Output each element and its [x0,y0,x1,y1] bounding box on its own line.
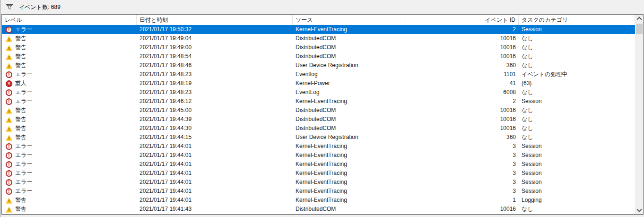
event-id-cell: 10016 [406,124,519,133]
event-id-cell: 3 [406,187,519,196]
datetime-cell: 2021/01/17 19:48:23 [137,88,293,97]
task-category-cell: Session [519,97,635,106]
event-row[interactable]: 警告 2021/01/17 19:48:54 DistributedCOM 10… [2,52,635,61]
event-id-cell: 3 [406,169,519,178]
column-header-category[interactable]: タスクのカテゴリ [519,15,635,25]
event-row[interactable]: 警告 2021/01/17 19:49:00 DistributedCOM 10… [2,43,635,52]
event-id-cell: 3 [406,178,519,187]
level-label: 重大 [15,79,26,88]
table-header-row: レベル 日付と時刻 ソース イベント ID タスクのカテゴリ [2,15,635,25]
datetime-cell: 2021/01/17 19:45:00 [137,106,293,115]
event-id-cell: 10016 [406,52,519,61]
level-label: エラー [15,187,33,196]
vertical-scrollbar[interactable] [635,15,643,214]
event-row[interactable]: エラー 2021/01/17 19:44:01 Kernel-EventTrac… [2,151,635,160]
column-header-eventid[interactable]: イベント ID [406,15,519,25]
datetime-cell: 2021/01/17 19:44:01 [137,187,293,196]
event-row[interactable]: エラー 2021/01/17 19:44:01 Kernel-EventTrac… [2,169,635,178]
task-category-cell: Session [519,178,635,187]
event-id-cell: 1 [406,196,519,205]
event-row[interactable]: 重大 2021/01/17 19:48:19 Kernel-Power 41 (… [2,79,635,88]
task-category-cell: Session [519,142,635,151]
datetime-cell: 2021/01/17 19:44:30 [137,124,293,133]
source-cell: Kernel-EventTracing [293,187,406,196]
level-label: エラー [15,142,33,151]
task-category-cell: なし [519,88,635,97]
error-level-icon [6,179,12,186]
level-label: 警告 [15,43,26,52]
source-cell: Kernel-EventTracing [293,196,406,205]
warning-level-icon [6,126,12,132]
error-level-icon [6,143,12,150]
warning-level-icon [6,45,12,51]
task-category-cell: なし [519,133,635,142]
error-level-icon [6,170,12,177]
task-category-cell: なし [519,115,635,124]
task-category-cell: なし [519,124,635,133]
event-row[interactable]: 警告 2021/01/17 19:44:01 Kernel-EventTraci… [2,196,635,205]
scroll-down-button[interactable] [635,206,643,214]
scrollbar-track[interactable] [635,23,643,206]
source-cell: Kernel-EventTracing [293,97,406,106]
event-row[interactable]: エラー 2021/01/17 19:44:01 Kernel-EventTrac… [2,178,635,187]
level-label: 警告 [15,205,26,214]
level-label: エラー [15,88,33,97]
warning-level-icon [6,108,12,114]
level-label: 警告 [15,196,26,205]
event-id-cell: 2 [406,25,519,34]
datetime-cell: 2021/01/17 19:44:01 [137,169,293,178]
level-label: 警告 [15,124,26,133]
critical-level-icon [6,80,12,87]
scrollbar-thumb[interactable] [636,24,643,34]
event-row[interactable]: 警告 2021/01/17 19:49:04 DistributedCOM 10… [2,34,635,43]
column-header-level[interactable]: レベル [2,15,137,25]
scroll-up-button[interactable] [635,15,643,23]
event-row[interactable]: エラー 2021/01/17 19:44:01 Kernel-EventTrac… [2,187,635,196]
event-id-cell: 10016 [406,205,519,214]
event-row[interactable]: エラー 2021/01/17 19:50:32 Kernel-EventTrac… [2,25,635,34]
datetime-cell: 2021/01/17 19:44:01 [137,151,293,160]
source-cell: DistributedCOM [293,52,406,61]
warning-level-icon [6,198,12,204]
error-level-icon [6,89,12,96]
error-level-icon [6,71,12,78]
source-cell: Kernel-Power [293,79,406,88]
column-header-source[interactable]: ソース [293,15,406,25]
event-row[interactable]: 警告 2021/01/17 19:45:00 DistributedCOM 10… [2,106,635,115]
event-id-cell: 10016 [406,106,519,115]
event-id-cell: 10016 [406,43,519,52]
event-id-cell: 6008 [406,88,519,97]
event-id-cell: 10016 [406,115,519,124]
task-category-cell: Session [519,25,635,34]
event-row[interactable]: 警告 2021/01/17 19:44:15 User Device Regis… [2,133,635,142]
level-label: 警告 [15,133,26,142]
event-row[interactable]: エラー 2021/01/17 19:46:12 Kernel-EventTrac… [2,97,635,106]
event-id-cell: 10016 [406,34,519,43]
level-label: エラー [15,169,33,178]
datetime-cell: 2021/01/17 19:44:01 [137,160,293,169]
event-count-label: イベント数: 689 [19,3,61,11]
event-viewer-list-pane: イベント数: 689 レベル 日付と時刻 ソース イベント ID タスクのカテゴ… [0,0,644,217]
source-cell: DistributedCOM [293,115,406,124]
event-row[interactable]: エラー 2021/01/17 19:48:23 Eventlog 1101 イベ… [2,70,635,79]
datetime-cell: 2021/01/17 19:48:46 [137,61,293,70]
event-row[interactable]: エラー 2021/01/17 19:48:23 EventLog 6008 なし [2,88,635,97]
datetime-cell: 2021/01/17 19:44:01 [137,142,293,151]
datetime-cell: 2021/01/17 19:50:32 [137,25,293,34]
source-cell: DistributedCOM [293,124,406,133]
task-category-cell: なし [519,52,635,61]
level-label: エラー [15,97,33,106]
event-row[interactable]: 警告 2021/01/17 19:44:39 DistributedCOM 10… [2,115,635,124]
event-row[interactable]: エラー 2021/01/17 19:44:01 Kernel-EventTrac… [2,142,635,151]
event-row[interactable]: 警告 2021/01/17 19:48:46 User Device Regis… [2,61,635,70]
event-id-cell: 41 [406,79,519,88]
column-header-datetime[interactable]: 日付と時刻 [137,15,293,25]
warning-level-icon [6,117,12,123]
event-row[interactable]: 警告 2021/01/17 19:41:43 DistributedCOM 10… [2,205,635,214]
source-cell: Kernel-EventTracing [293,169,406,178]
event-row[interactable]: 警告 2021/01/17 19:44:30 DistributedCOM 10… [2,124,635,133]
task-category-cell: なし [519,34,635,43]
event-row[interactable]: エラー 2021/01/17 19:44:01 Kernel-EventTrac… [2,160,635,169]
task-category-cell: なし [519,106,635,115]
event-id-cell: 1101 [406,70,519,79]
